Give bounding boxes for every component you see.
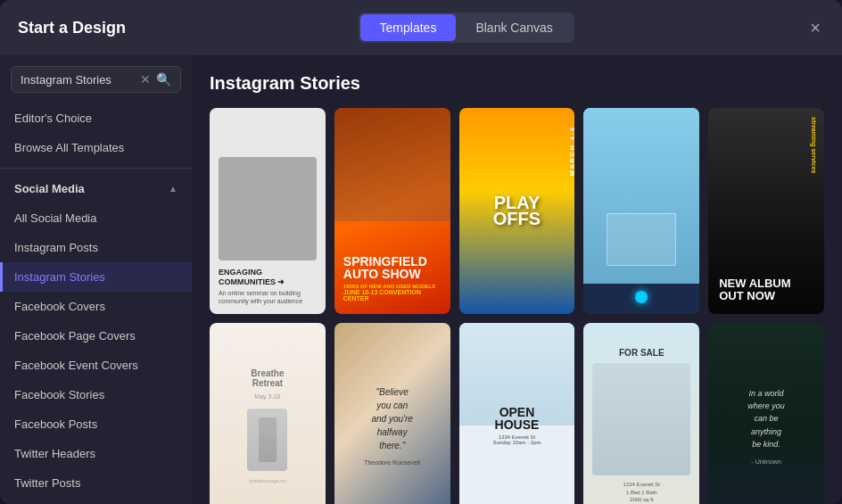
modal: Start a Design Templates Blank Canvas × … [0, 0, 842, 504]
sidebar-item-editors-choice[interactable]: Editor's Choice [0, 103, 192, 133]
sidebar-divider [0, 168, 192, 169]
search-icon[interactable]: 🔍 [156, 72, 171, 87]
sidebar-item-twitter-headers[interactable]: Twitter Headers [0, 439, 192, 468]
template-card-breathe[interactable]: BreatheRetreat May 3-10 breatheyoga.co [210, 323, 326, 504]
template-card-springfield[interactable]: SPRINGFIELDAUTO SHOW 1000S OF NEW AND US… [334, 108, 450, 314]
close-button[interactable]: × [806, 15, 824, 40]
template-card-open-house[interactable]: OPENHOUSE 1234 Everett St Sunday 10am - … [459, 323, 575, 504]
modal-body: Instagram Stories ✕ 🔍 Editor's Choice Br… [0, 55, 842, 504]
template-card-engaging-communities[interactable]: ENGAGING COMMUNITIES ➜ An online seminar… [210, 108, 326, 314]
sidebar-item-facebook-stories[interactable]: Facebook Stories [0, 380, 192, 409]
sidebar-item-facebook-posts[interactable]: Facebook Posts [0, 409, 192, 439]
tab-group: Templates Blank Canvas [359, 12, 574, 43]
sidebar-section-social-media[interactable]: Social Media ▲ [0, 174, 192, 203]
sidebar-item-instagram-stories[interactable]: Instagram Stories [0, 262, 192, 292]
template-card-believe[interactable]: "Believeyou canand you'rehalfwaythere." … [334, 323, 450, 504]
sidebar-item-facebook-event-covers[interactable]: Facebook Event Covers [0, 351, 192, 380]
sidebar-item-facebook-page-covers[interactable]: Facebook Page Covers [0, 321, 192, 351]
sidebar-item-youtube-thumbnails[interactable]: YouTube Thumbnails [0, 498, 192, 504]
sidebar-item-browse-all[interactable]: Browse All Templates [0, 133, 192, 162]
sidebar: Instagram Stories ✕ 🔍 Editor's Choice Br… [0, 55, 192, 504]
templates-tab[interactable]: Templates [360, 14, 457, 41]
sidebar-item-instagram-posts[interactable]: Instagram Posts [0, 233, 192, 262]
modal-header: Start a Design Templates Blank Canvas × [0, 0, 842, 55]
templates-grid: ENGAGING COMMUNITIES ➜ An online seminar… [210, 108, 824, 504]
template-card-tennis[interactable] [583, 108, 699, 314]
search-clear-icon[interactable]: ✕ [140, 72, 151, 87]
main-content: Instagram Stories ENGAGING COMMUNITIES ➜… [192, 55, 842, 504]
section-title: Instagram Stories [210, 73, 824, 94]
blank-canvas-tab[interactable]: Blank Canvas [456, 14, 572, 41]
template-card-album[interactable]: streaming services NEW ALBUMOUT NOW [708, 108, 824, 314]
template-card-for-sale[interactable]: FOR SALE 1234 Everett St1 Bed 1 Bath2000… [583, 323, 699, 504]
sidebar-item-all-social[interactable]: All Social Media [0, 203, 192, 233]
search-box: Instagram Stories ✕ 🔍 [11, 66, 181, 93]
template-card-world-quote[interactable]: In a worldwhere youcan beanythingbe kind… [708, 323, 824, 504]
modal-title: Start a Design [18, 19, 126, 37]
chevron-up-icon: ▲ [169, 184, 177, 194]
template-card-playoffs[interactable]: MARCH 4-8 PLAYOFFS [459, 108, 575, 314]
sidebar-item-facebook-covers[interactable]: Facebook Covers [0, 292, 192, 321]
search-value: Instagram Stories [21, 73, 140, 87]
sidebar-item-twitter-posts[interactable]: Twitter Posts [0, 468, 192, 498]
